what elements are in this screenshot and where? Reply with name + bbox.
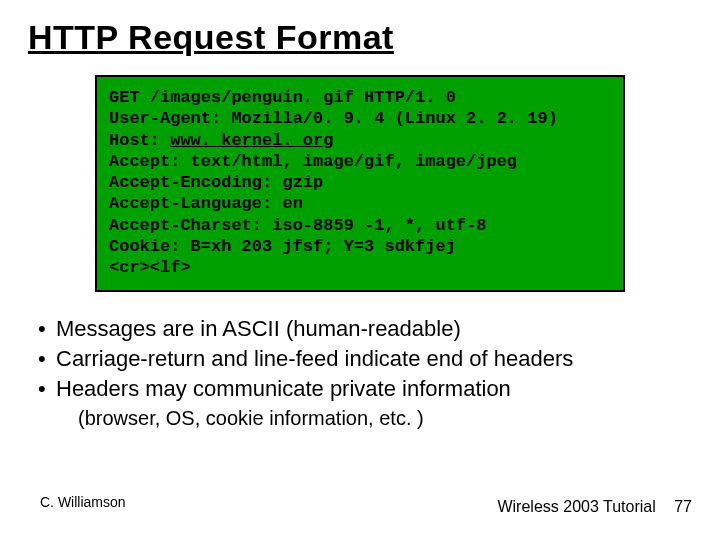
- page-number: 77: [674, 498, 692, 516]
- slide-title: HTTP Request Format: [28, 18, 692, 57]
- code-line-6: Accept-Language: en: [109, 194, 303, 213]
- bullet-dot-icon: •: [38, 344, 56, 374]
- http-request-codebox: GET /images/penguin. gif HTTP/1. 0 User-…: [95, 75, 625, 292]
- code-line-2: User-Agent: Mozilla/0. 9. 4 (Linux 2. 2.…: [109, 109, 558, 128]
- host-link[interactable]: www. kernel. org: [170, 131, 333, 150]
- bullet-dot-icon: •: [38, 374, 56, 404]
- code-line-1: GET /images/penguin. gif HTTP/1. 0: [109, 88, 456, 107]
- bullet-3-subnote: (browser, OS, cookie information, etc. ): [78, 405, 692, 432]
- slide: HTTP Request Format GET /images/penguin.…: [0, 0, 720, 540]
- code-line-8: Cookie: B=xh 203 jfsf; Y=3 sdkfjej: [109, 237, 456, 256]
- code-line-3-prefix: Host:: [109, 131, 170, 150]
- code-line-4: Accept: text/html, image/gif, image/jpeg: [109, 152, 517, 171]
- bullet-2-text: Carriage-return and line-feed indicate e…: [56, 344, 573, 374]
- code-line-7: Accept-Charset: iso-8859 -1, *, utf-8: [109, 216, 486, 235]
- footer-right: Wireless 2003 Tutorial 77: [497, 498, 692, 516]
- bullet-1-text: Messages are in ASCII (human-readable): [56, 314, 461, 344]
- bullet-1: • Messages are in ASCII (human-readable): [38, 314, 692, 344]
- footer-author: C. Williamson: [40, 494, 126, 510]
- bullet-3: • Headers may communicate private inform…: [38, 374, 692, 404]
- code-block: GET /images/penguin. gif HTTP/1. 0 User-…: [109, 87, 611, 278]
- bullet-dot-icon: •: [38, 314, 56, 344]
- bullet-list: • Messages are in ASCII (human-readable)…: [38, 314, 692, 432]
- footer-venue: Wireless 2003 Tutorial: [497, 498, 655, 515]
- bullet-3-text: Headers may communicate private informat…: [56, 374, 511, 404]
- code-line-5: Accept-Encoding: gzip: [109, 173, 323, 192]
- code-line-9: <cr><lf>: [109, 258, 191, 277]
- bullet-2: • Carriage-return and line-feed indicate…: [38, 344, 692, 374]
